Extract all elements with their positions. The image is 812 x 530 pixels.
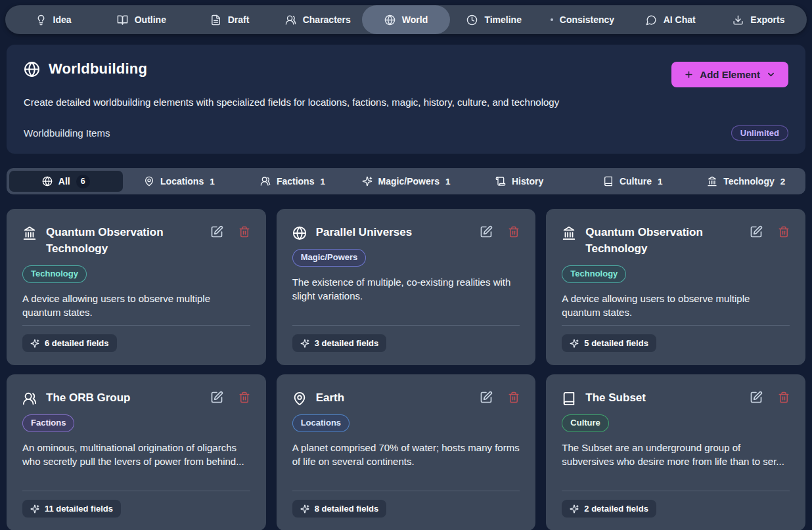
dot-icon xyxy=(551,18,553,21)
delete-button[interactable] xyxy=(238,391,250,404)
edit-button[interactable] xyxy=(480,225,493,238)
tab-outline[interactable]: Outline xyxy=(97,5,185,34)
edit-button[interactable] xyxy=(210,391,223,404)
globe-icon xyxy=(42,176,53,187)
delete-button[interactable] xyxy=(238,225,250,238)
tab-label: Draft xyxy=(228,14,250,25)
category-filter-bar: All 6 Locations 1 Factions 1 Magic/Power… xyxy=(7,168,805,194)
filter-count: 6 xyxy=(76,175,90,188)
download-icon xyxy=(733,14,744,26)
worldbuilding-header-panel: Worldbuilding Add Element Create detaile… xyxy=(7,45,805,154)
category-badge: Magic/Powers xyxy=(292,249,367,267)
fields-count-label: 5 detailed fields xyxy=(584,338,648,348)
detailed-fields-chip: 3 detailed fields xyxy=(292,334,387,352)
edit-button[interactable] xyxy=(750,225,763,238)
category-badge: Culture xyxy=(562,414,609,432)
users-icon xyxy=(285,14,296,26)
filter-history[interactable]: History xyxy=(462,171,576,192)
top-navigation: Idea Outline Draft Characters World Time… xyxy=(5,5,807,34)
tab-ai-chat[interactable]: AI Chat xyxy=(627,5,715,34)
detailed-fields-chip: 6 detailed fields xyxy=(22,334,117,352)
tab-label: Idea xyxy=(53,14,72,25)
sparkles-icon xyxy=(30,504,39,514)
sparkles-icon xyxy=(30,339,39,348)
filter-count: 2 xyxy=(780,177,786,187)
map-pin-icon xyxy=(144,176,154,187)
edit-icon xyxy=(210,391,223,404)
chat-bubble-icon xyxy=(646,14,657,26)
filter-factions[interactable]: Factions 1 xyxy=(236,171,350,192)
items-label: Worldbuilding Items xyxy=(24,127,110,139)
card-title: Quantum Observation Technology xyxy=(46,224,197,257)
scroll-icon xyxy=(495,176,506,187)
edit-button[interactable] xyxy=(210,225,223,238)
filter-locations[interactable]: Locations 1 xyxy=(123,171,237,192)
divider xyxy=(292,491,520,491)
delete-button[interactable] xyxy=(508,225,520,238)
globe-icon xyxy=(384,14,395,26)
filter-label: All xyxy=(58,176,70,187)
delete-button[interactable] xyxy=(508,391,520,404)
tab-label: Characters xyxy=(303,14,351,25)
edit-icon xyxy=(480,391,493,404)
tab-consistency[interactable]: Consistency xyxy=(538,5,626,34)
detailed-fields-chip: 5 detailed fields xyxy=(562,334,656,352)
tab-exports[interactable]: Exports xyxy=(715,5,803,34)
add-element-button[interactable]: Add Element xyxy=(671,62,788,87)
card-quantum-observation-technology-2[interactable]: Quantum Observation Technology Technolog… xyxy=(546,209,805,365)
divider xyxy=(292,325,520,326)
filter-all[interactable]: All 6 xyxy=(9,171,123,192)
delete-button[interactable] xyxy=(778,391,790,404)
chevron-down-icon xyxy=(766,70,776,79)
filter-label: Factions xyxy=(277,176,315,187)
delete-button[interactable] xyxy=(778,225,790,238)
plus-icon xyxy=(684,70,694,79)
fields-count-label: 3 detailed fields xyxy=(315,338,379,348)
card-earth[interactable]: Earth Locations A planet comprised 70% o… xyxy=(277,374,536,530)
edit-icon xyxy=(750,391,763,404)
card-title: The Subset xyxy=(585,389,736,406)
divider xyxy=(22,491,250,491)
page-title: Worldbuilding xyxy=(49,60,147,77)
lightbulb-icon xyxy=(35,14,47,26)
card-the-orb-group[interactable]: The ORB Group Factions An ominous, multi… xyxy=(7,374,266,530)
edit-button[interactable] xyxy=(480,391,493,404)
users-icon xyxy=(22,391,37,406)
card-title: Earth xyxy=(316,389,467,406)
landmark-icon xyxy=(562,226,576,240)
landmark-icon xyxy=(22,226,37,240)
card-quantum-observation-technology[interactable]: Quantum Observation Technology Technolog… xyxy=(7,209,266,365)
edit-button[interactable] xyxy=(750,391,763,404)
card-the-subset[interactable]: The Subset Culture The Subset are an und… xyxy=(546,374,805,530)
fields-count-label: 6 detailed fields xyxy=(45,338,109,348)
tab-world[interactable]: World xyxy=(362,5,450,34)
tab-label: Exports xyxy=(750,14,784,25)
divider xyxy=(562,325,790,326)
filter-count: 1 xyxy=(320,177,325,187)
sparkles-icon xyxy=(300,339,309,348)
tab-characters[interactable]: Characters xyxy=(274,5,362,34)
add-element-label: Add Element xyxy=(700,69,760,80)
tab-timeline[interactable]: Timeline xyxy=(450,5,538,34)
trash-icon xyxy=(508,391,520,403)
card-title: The ORB Group xyxy=(46,389,197,406)
page-description: Create detailed worldbuilding elements w… xyxy=(24,97,788,108)
card-description: An ominous, multinational origination of… xyxy=(22,441,250,469)
filter-technology[interactable]: Technology 2 xyxy=(689,171,803,192)
fields-count-label: 11 detailed fields xyxy=(45,504,113,514)
book-open-icon xyxy=(117,14,128,26)
sparkles-icon xyxy=(300,504,309,514)
card-description: A device allowing users to observe multi… xyxy=(22,292,250,320)
card-description: A device allowing users to observe multi… xyxy=(562,292,790,320)
category-badge: Technology xyxy=(22,265,87,283)
filter-culture[interactable]: Culture 1 xyxy=(576,171,690,192)
book-icon xyxy=(562,391,576,406)
tab-idea[interactable]: Idea xyxy=(9,5,97,34)
card-description: The existence of multiple, co-existing r… xyxy=(292,275,520,303)
card-parallel-universes[interactable]: Parallel Universes Magic/Powers The exis… xyxy=(277,209,536,365)
tab-label: AI Chat xyxy=(664,14,696,25)
filter-magic-powers[interactable]: Magic/Powers 1 xyxy=(350,171,463,192)
edit-icon xyxy=(750,225,763,238)
fields-count-label: 8 detailed fields xyxy=(315,504,379,514)
tab-draft[interactable]: Draft xyxy=(185,5,273,34)
